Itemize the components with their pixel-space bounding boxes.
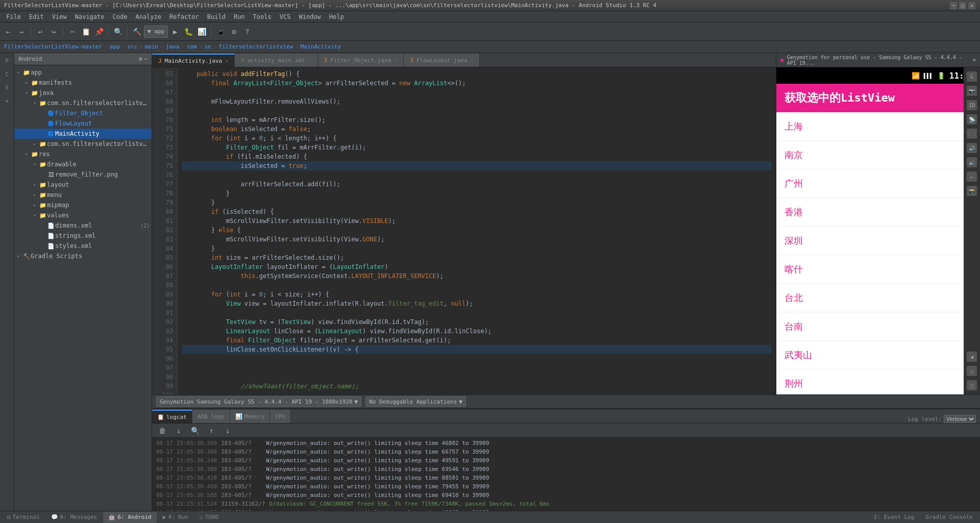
project-icon[interactable]: P <box>2 55 13 66</box>
tab-close-main[interactable]: ✕ <box>225 58 228 64</box>
list-item-nanjing[interactable]: 南京 <box>776 141 980 169</box>
list-item-shenzhen[interactable]: 深圳 <box>776 227 980 255</box>
structure-icon[interactable]: S <box>2 82 13 93</box>
paste-button[interactable]: 📌 <box>93 26 105 38</box>
cut-button[interactable]: ✂ <box>66 26 79 38</box>
tree-values[interactable]: ▾ 📁 values <box>14 210 152 220</box>
list-item-shanghai[interactable]: 上海 <box>776 112 980 141</box>
menu-tools[interactable]: Tools <box>249 11 276 22</box>
volume-down-icon[interactable]: 🔉 <box>967 157 977 167</box>
home-btn[interactable]: ○ <box>967 366 977 376</box>
run-debug-button[interactable]: ▶ <box>169 26 181 38</box>
menu-run[interactable]: Run <box>230 11 249 22</box>
tab-main-activity[interactable]: J MainActivity.java ✕ <box>152 54 235 67</box>
tree-gradle[interactable]: ▸ 🔨 Gradle Scripts <box>14 251 152 261</box>
maximize-button[interactable]: □ <box>959 2 967 10</box>
bc-pkg[interactable]: filterselectorlistview <box>218 43 293 50</box>
minimize-button[interactable]: ─ <box>949 2 958 10</box>
bc-java[interactable]: java <box>166 43 180 50</box>
bc-com[interactable]: com <box>187 43 197 50</box>
avd-button[interactable]: 📱 <box>214 26 227 38</box>
recent-btn[interactable]: □ <box>967 380 977 390</box>
log-filter-btn[interactable]: 🔍 <box>189 425 201 437</box>
tab-flowlayout[interactable]: J FlowLayout.java ✕ <box>404 54 480 67</box>
code-content[interactable]: public void addFilterTag() { final Array… <box>178 67 776 394</box>
volume-up-icon[interactable]: 🔊 <box>967 143 977 153</box>
bc-sn[interactable]: sn <box>204 43 211 50</box>
gps-icon[interactable]: G <box>967 71 977 82</box>
log-tab-memory[interactable]: 📊 Memory <box>230 410 271 423</box>
bottom-tab-messages[interactable]: 💬 0: Messages <box>46 512 103 523</box>
tab-activity-xml[interactable]: X activity_main.xml ✕ <box>235 54 317 67</box>
bc-main[interactable]: main <box>145 43 159 50</box>
bottom-tab-android[interactable]: 🤖 6: Android <box>103 512 156 523</box>
tab-close-fo[interactable]: ✕ <box>394 58 397 63</box>
tree-flowlayout[interactable]: 🔵 FlowLayout <box>14 118 152 129</box>
menu-code[interactable]: Code <box>109 11 132 22</box>
tree-remove-filter[interactable]: 🖼 remove_filter.png <box>14 169 152 180</box>
list-item-wuyishan[interactable]: 武夷山 <box>776 341 980 369</box>
redo-button[interactable]: ↪ <box>47 26 60 38</box>
tab-close-fl[interactable]: ✕ <box>470 58 473 63</box>
tab-filter-object[interactable]: J Filter_Object.java ✕ <box>318 54 404 67</box>
bottom-tab-gradle[interactable]: Gradle Console <box>920 512 978 523</box>
grid-icon[interactable]: ⋮⋮ <box>967 129 977 139</box>
build-button[interactable]: 🔨 <box>131 26 143 38</box>
log-down-btn[interactable]: ↓ <box>222 425 234 437</box>
menu-edit[interactable]: Edit <box>25 11 48 22</box>
tab-close-xml[interactable]: ✕ <box>308 58 311 63</box>
menu-build[interactable]: Build <box>203 11 230 22</box>
log-tab-logcat[interactable]: 📋 logcat <box>152 410 192 423</box>
tree-mipmap[interactable]: ▸ 📁 mipmap <box>14 200 152 210</box>
back-button[interactable]: ← <box>2 26 14 38</box>
menu-help[interactable]: Help <box>325 11 348 22</box>
tree-mainactivity[interactable]: 🔵 MainActivity <box>14 129 152 139</box>
menu-view[interactable]: View <box>48 11 71 22</box>
back-btn[interactable]: ◀ <box>967 352 977 362</box>
profile-button[interactable]: 📊 <box>195 26 208 38</box>
menu-navigate[interactable]: Navigate <box>71 11 109 22</box>
log-level-select[interactable]: Verbose Debug Info Warn Error <box>944 415 976 423</box>
tree-manifests[interactable]: ▸ 📁 manifests <box>14 78 152 88</box>
camera-icon[interactable]: 📷 <box>967 86 977 96</box>
bottom-tab-run[interactable]: ▶ 4: Run <box>158 512 193 523</box>
help-btn[interactable]: ? <box>241 26 253 38</box>
camera2-icon[interactable]: 📸 <box>967 186 977 196</box>
app-dropdown[interactable]: ▼ app <box>144 26 168 38</box>
menu-file[interactable]: File <box>2 11 25 22</box>
tree-java[interactable]: ▾ 📁 java <box>14 88 152 98</box>
debug-app-selector[interactable]: No Debuggable Applications ▼ <box>365 396 466 407</box>
log-tab-cpu[interactable]: CPU <box>270 410 291 423</box>
tree-filter-object[interactable]: 🔵 Filter_Object <box>14 108 152 118</box>
menu-refactor[interactable]: Refactor <box>165 11 203 22</box>
search-button[interactable]: 🔍 <box>112 26 124 38</box>
rss-icon[interactable]: 📡 <box>967 114 977 124</box>
list-item-taipei[interactable]: 台北 <box>776 284 980 312</box>
forward-button[interactable]: → <box>15 26 28 38</box>
bc-app[interactable]: app <box>110 43 120 50</box>
copy-button[interactable]: 📋 <box>80 26 92 38</box>
genymotion-close[interactable]: ✕ <box>972 57 976 63</box>
list-item-kashi[interactable]: 喀什 <box>776 255 980 284</box>
menu-analyze[interactable]: Analyze <box>131 11 165 22</box>
bc-root[interactable]: FilterSelectorListView-master <box>4 43 102 50</box>
sdk-button[interactable]: ⚙ <box>228 26 240 38</box>
tree-dimens[interactable]: 📄 dimens.xml (2) <box>14 220 152 231</box>
capture-icon[interactable]: C <box>2 68 13 80</box>
bottom-tab-todo[interactable]: ☑ TODO <box>194 512 224 523</box>
tree-android-test[interactable]: ▸ 📁 com.sn.filterselectorlistview (andro… <box>14 139 152 149</box>
log-up-btn[interactable]: ↑ <box>205 425 217 437</box>
tree-layout[interactable]: ▸ 📁 layout <box>14 180 152 190</box>
tree-res[interactable]: ▾ 📁 res <box>14 149 152 159</box>
list-item-tainan[interactable]: 台南 <box>776 312 980 341</box>
device-selector[interactable]: Genymotion Samsung Galaxy S5 - 4.4.4 - A… <box>156 396 361 407</box>
bottom-tab-event-log[interactable]: 2: Event Log <box>869 512 919 523</box>
log-tab-adb[interactable]: ADB logs <box>192 410 230 423</box>
tree-styles[interactable]: 📄 styles.xml <box>14 241 152 251</box>
debug-button[interactable]: 🐛 <box>182 26 194 38</box>
bottom-tab-terminal[interactable]: ⊡ Terminal <box>2 512 45 523</box>
bc-src[interactable]: src <box>127 43 137 50</box>
tree-strings[interactable]: 📄 strings.xml <box>14 231 152 241</box>
list-item-hongkong[interactable]: 香港 <box>776 198 980 227</box>
favorites-icon[interactable]: ★ <box>2 95 13 106</box>
